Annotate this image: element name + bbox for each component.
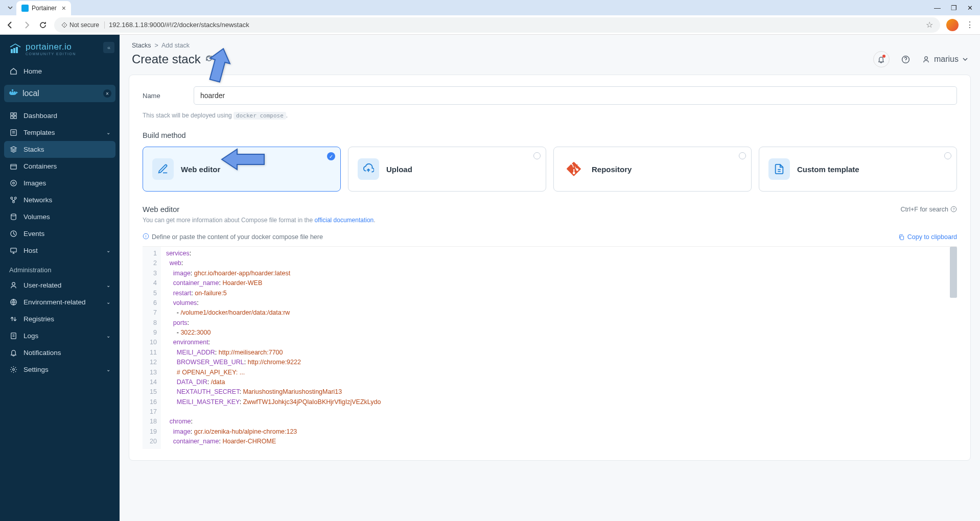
sidebar-item-host[interactable]: Host⌄ xyxy=(0,242,120,259)
name-label: Name xyxy=(143,92,194,100)
sidebar-item-label: Dashboard xyxy=(24,112,57,120)
sidebar-item-user-related[interactable]: User-related⌄ xyxy=(0,277,120,294)
notifications-button[interactable] xyxy=(873,51,890,67)
chevron-down-icon: ⌄ xyxy=(106,248,110,253)
browser-menu-icon[interactable]: ⋮ xyxy=(965,20,975,30)
window-close-icon[interactable]: ✕ xyxy=(967,4,973,12)
breadcrumb: Stacks > Add stack xyxy=(120,35,980,51)
deploy-hint: This stack will be deployed using docker… xyxy=(143,112,957,119)
svg-point-22 xyxy=(12,282,15,286)
bookmark-star-icon[interactable]: ☆ xyxy=(926,20,933,30)
chevron-down-icon: ⌄ xyxy=(106,130,110,135)
editor-section: Web editor Ctrl+F for search ? You can g… xyxy=(143,205,957,449)
sidebar-item-logs[interactable]: Logs⌄ xyxy=(0,327,120,344)
window-maximize-icon[interactable]: ❐ xyxy=(951,4,957,12)
svg-rect-3 xyxy=(16,47,18,53)
stacks-icon xyxy=(9,146,17,153)
docker-icon xyxy=(9,89,18,98)
window-minimize-icon[interactable]: — xyxy=(934,4,941,12)
sidebar-item-label: Settings xyxy=(24,366,49,373)
svg-point-17 xyxy=(14,197,16,199)
sidebar-collapse-button[interactable]: « xyxy=(103,42,114,53)
sidebar-item-label: User-related xyxy=(24,281,61,289)
home-icon xyxy=(9,67,17,75)
svg-rect-21 xyxy=(10,248,16,252)
templates-icon xyxy=(9,129,17,136)
svg-rect-24 xyxy=(11,333,15,339)
breadcrumb-parent[interactable]: Stacks xyxy=(132,42,151,49)
copy-icon xyxy=(898,234,905,241)
nav-reload-icon[interactable] xyxy=(38,21,48,29)
name-input[interactable] xyxy=(194,86,957,105)
logo[interactable]: portainer.io COMMUNITY EDITION xyxy=(0,35,120,63)
tab-close-icon[interactable]: × xyxy=(62,4,66,12)
sidebar-item-registries[interactable]: Registries xyxy=(0,311,120,327)
environment-close-icon[interactable]: × xyxy=(103,89,111,98)
registry-icon xyxy=(9,315,17,323)
browser-profile-avatar[interactable] xyxy=(946,19,959,31)
sidebar-item-containers[interactable]: Containers xyxy=(0,158,120,175)
svg-rect-9 xyxy=(14,113,16,115)
username: marius xyxy=(934,55,959,64)
docs-link[interactable]: official documentation xyxy=(314,217,374,224)
editor-description: You can get more information about Compo… xyxy=(143,217,957,224)
sidebar-item-notifications[interactable]: Notifications xyxy=(0,344,120,361)
url-bar[interactable]: ! Not secure 192.168.1.18:9000/#!/2/dock… xyxy=(54,17,940,33)
admin-section-label: Administration xyxy=(0,259,120,277)
sidebar-item-environment-related[interactable]: Environment-related⌄ xyxy=(0,294,120,311)
bell-icon xyxy=(9,349,17,357)
user-icon xyxy=(9,281,17,289)
sidebar-item-label: Host xyxy=(24,247,38,254)
sidebar-item-stacks[interactable]: Stacks xyxy=(4,141,115,158)
scrollbar-thumb[interactable] xyxy=(950,247,957,298)
sidebar-item-dashboard[interactable]: Dashboard xyxy=(0,107,120,124)
sidebar-item-label: Containers xyxy=(24,162,57,170)
page-title: Create stack xyxy=(132,52,201,66)
browser-tab[interactable]: Portainer × xyxy=(16,1,71,15)
user-menu[interactable]: marius xyxy=(922,55,968,64)
url-text: 192.168.1.18:9000/#!/2/docker/stacks/new… xyxy=(109,21,922,29)
chevron-down-icon: ⌄ xyxy=(106,367,110,372)
sidebar-item-events[interactable]: Events xyxy=(0,225,120,242)
chevron-down-icon: ⌄ xyxy=(106,282,110,288)
nav-forward-icon[interactable] xyxy=(21,21,32,29)
copy-to-clipboard-button[interactable]: Copy to clipboard xyxy=(898,233,957,241)
svg-point-18 xyxy=(12,201,14,203)
svg-point-19 xyxy=(11,214,15,216)
build-method-grid: Web editor✓UploadRepositoryCustom templa… xyxy=(143,147,957,192)
nav-back-icon[interactable] xyxy=(5,21,15,29)
chevron-down-icon: ⌄ xyxy=(106,299,110,305)
environment-badge[interactable]: local × xyxy=(4,85,115,102)
svg-rect-12 xyxy=(10,130,16,135)
build-method-label: Web editor xyxy=(181,165,220,174)
sidebar-item-home[interactable]: Home xyxy=(0,63,120,80)
arrow-annotation-name xyxy=(201,45,237,88)
sidebar-item-label: Stacks xyxy=(24,146,44,153)
build-method-repository[interactable]: Repository xyxy=(553,147,752,192)
sidebar-item-label: Volumes xyxy=(24,213,50,221)
build-method-upload[interactable]: Upload xyxy=(348,147,546,192)
arrow-annotation-webeditor xyxy=(219,146,268,176)
code-content[interactable]: services: web: image: ghcr.io/hoarder-ap… xyxy=(161,247,957,449)
editor-title: Web editor xyxy=(143,205,179,214)
images-icon xyxy=(9,179,17,187)
help-icon[interactable]: ? xyxy=(950,206,957,212)
build-method-custom-template[interactable]: Custom template xyxy=(759,147,957,192)
breadcrumb-current: Add stack xyxy=(161,42,190,49)
name-row: Name xyxy=(143,86,957,105)
sidebar-item-volumes[interactable]: Volumes xyxy=(0,208,120,225)
tab-list-dropdown[interactable] xyxy=(4,3,16,13)
sidebar-item-label: Networks xyxy=(24,196,52,204)
logo-name: portainer.io xyxy=(26,42,76,52)
svg-rect-11 xyxy=(14,116,16,119)
help-button[interactable] xyxy=(898,51,914,67)
security-indicator[interactable]: ! Not secure xyxy=(61,21,105,29)
svg-rect-13 xyxy=(10,164,16,169)
sidebar-item-networks[interactable]: Networks xyxy=(0,192,120,208)
sidebar-item-images[interactable]: Images xyxy=(0,175,120,192)
editor-shortcut-hint: Ctrl+F for search ? xyxy=(901,206,957,213)
sidebar-item-settings[interactable]: Settings⌄ xyxy=(0,361,120,378)
svg-rect-10 xyxy=(10,116,13,119)
code-editor[interactable]: 1234567891011121314151617181920 services… xyxy=(143,246,957,449)
sidebar-item-templates[interactable]: Templates⌄ xyxy=(0,124,120,141)
